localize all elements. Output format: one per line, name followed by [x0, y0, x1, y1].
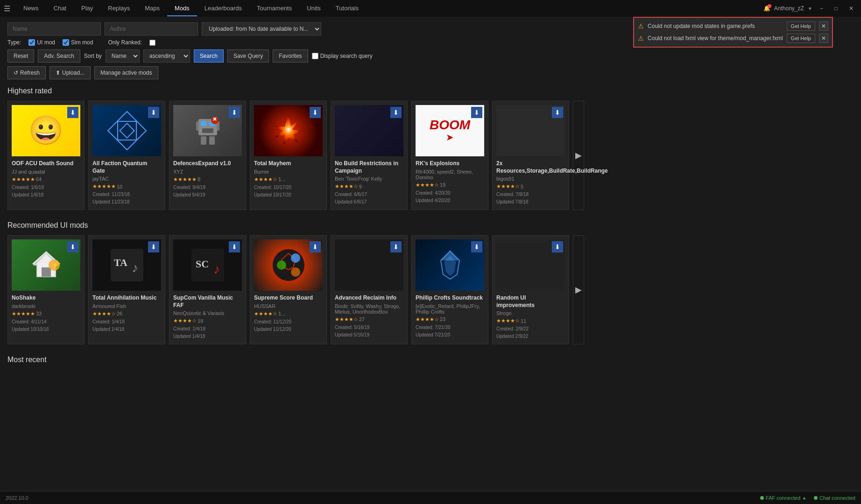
mod-thumb-boom: BOOM ➤ ⬇: [416, 105, 484, 156]
sort-order-select[interactable]: ascending descending: [143, 49, 190, 63]
ui-mod-checkbox[interactable]: [28, 39, 35, 46]
mod-card-boom[interactable]: BOOM ➤ ⬇ RK's Explosions RK4000, speed2,…: [411, 101, 488, 210]
mod-card-quantum[interactable]: ⬇ All Faction Quantum Gate jayTAC ★★★★★ …: [88, 101, 165, 210]
upload-button[interactable]: ⬆ Upload...: [49, 66, 91, 79]
author-input[interactable]: [105, 22, 198, 35]
tab-mods[interactable]: Mods: [167, 1, 197, 16]
ui-mod-checkbox-label[interactable]: UI mod: [28, 39, 55, 46]
display-query-label[interactable]: Display search query: [312, 53, 373, 59]
mod-dates-reclaim: Created: 5/16/19 Updated 5/16/19: [335, 324, 403, 339]
mod-stars-nobuild: ★★★★☆ 9: [335, 183, 403, 189]
mod-name-quantum: All Faction Quantum Gate: [92, 160, 161, 175]
mod-thumb-nobuild: ⬇: [335, 105, 403, 156]
close-notification-2[interactable]: ✕: [819, 34, 828, 43]
notification-item-2: ⚠ Could not load fxml view for theme/mod…: [638, 34, 828, 43]
sim-mod-checkbox[interactable]: [63, 39, 69, 46]
mod-card-oof[interactable]: 😀 ⬇ OOF ACU Death Sound JJ and quaatal ★…: [7, 101, 85, 210]
tab-tutorials[interactable]: Tutorials: [328, 1, 366, 16]
tab-leaderboards[interactable]: Leaderboards: [197, 1, 249, 16]
warning-icon-2: ⚠: [638, 35, 644, 42]
mod-card-random-ui[interactable]: ⬇ Random UI improvements Strogo ★★★★☆ 11…: [492, 235, 569, 344]
install-button-boom[interactable]: ⬇: [471, 107, 482, 118]
reset-button[interactable]: Reset: [7, 49, 34, 63]
adv-search-button[interactable]: Adv. Search: [38, 49, 80, 63]
save-query-button[interactable]: Save Query: [227, 49, 269, 63]
chat-status: Chat connected: [814, 495, 855, 501]
scroll-right-recommended[interactable]: ▶: [573, 235, 584, 344]
display-query-checkbox[interactable]: [312, 53, 318, 59]
install-button-nobuild[interactable]: ⬇: [390, 107, 402, 118]
install-button-2x[interactable]: ⬇: [552, 107, 563, 118]
dropdown-arrow-icon[interactable]: ▼: [808, 6, 812, 11]
mod-author-ta-music: Armoured Fish: [92, 303, 161, 309]
mod-thumb-mayhem: ⬇: [254, 105, 323, 156]
install-button-reclaim[interactable]: ⬇: [390, 241, 402, 252]
statusbar: 2022.10.0 FAF connected ▲ Chat connected: [0, 491, 861, 504]
mod-card-reclaim[interactable]: ⬇ Advanced Reclaim Info Biodir, Softly, …: [331, 235, 408, 344]
only-ranked-label: Only Ranked:: [108, 39, 142, 46]
install-button-oof[interactable]: ⬇: [67, 107, 78, 118]
mod-card-ta-music[interactable]: TA ♪ ⬇ Total Annihilation Music Armoured…: [88, 235, 165, 344]
mod-card-nobuild[interactable]: ⬇ No Build Restrictions in Campaign Ben …: [331, 101, 408, 210]
install-button-phillip[interactable]: ⬇: [471, 241, 482, 252]
main-content: Uploaded: from No date available to N...…: [0, 17, 861, 375]
mod-stars-defences: ★★★★★ 9: [173, 176, 242, 182]
sim-mod-checkbox-label[interactable]: Sim mod: [63, 39, 93, 46]
mod-name-supcom: SupCom Vanilla Music FAF: [173, 294, 242, 309]
hamburger-icon[interactable]: ☰: [4, 4, 10, 13]
sort-by-select[interactable]: Name Date Rating: [106, 49, 140, 63]
name-input[interactable]: [7, 22, 101, 35]
mod-author-mayhem: Burnie: [254, 169, 323, 175]
only-ranked-checkbox[interactable]: [149, 40, 155, 46]
mod-card-score[interactable]: ⬇ Supreme Score Board HUSSAR ★★★★☆ 1... …: [250, 235, 327, 344]
mod-card-noshake[interactable]: ⚡ ⬇ NoShake darkbroski ★★★★★ 33 Created:…: [7, 235, 85, 344]
mod-author-nobuild: Ben 'ToxicFrog' Kelly: [335, 176, 403, 182]
scroll-right-highest[interactable]: ▶: [573, 101, 584, 210]
mod-thumb-score: ⬇: [254, 239, 323, 291]
username-label[interactable]: Anthony_zZ: [774, 5, 804, 12]
tab-maps[interactable]: Maps: [137, 1, 167, 16]
tab-play[interactable]: Play: [74, 1, 100, 16]
install-button-ta-music[interactable]: ⬇: [148, 241, 159, 252]
install-button-noshake[interactable]: ⬇: [67, 241, 78, 252]
install-button-random-ui[interactable]: ⬇: [552, 241, 563, 252]
get-help-button-1[interactable]: Get Help: [787, 21, 815, 31]
maximize-button[interactable]: □: [831, 3, 841, 14]
mod-name-defences: DefencesExpand v1.0: [173, 160, 242, 168]
close-notification-1[interactable]: ✕: [819, 21, 828, 31]
tab-replays[interactable]: Replays: [100, 1, 137, 16]
warning-icon-1: ⚠: [638, 22, 644, 30]
tab-chat[interactable]: Chat: [46, 1, 74, 16]
titlebar-left: ☰ News Chat Play Replays Maps Mods Leade…: [4, 1, 366, 16]
upload-date-dropdown[interactable]: Uploaded: from No date available to N...: [202, 22, 321, 35]
mod-card-2x[interactable]: ⬇ 2x Resources,Storage,BuildRate,BuildRa…: [492, 101, 569, 210]
tab-tournaments[interactable]: Tournaments: [249, 1, 299, 16]
most-recent-title: Most recent: [7, 356, 854, 364]
search-button[interactable]: Search: [194, 49, 224, 63]
install-button-defences[interactable]: ⬇: [229, 107, 240, 118]
mod-card-phillip[interactable]: ⬇ Phillip Crofts Soundtrack [e]Exotic_Re…: [411, 235, 488, 344]
install-button-quantum[interactable]: ⬇: [148, 107, 159, 118]
get-help-button-2[interactable]: Get Help: [787, 34, 815, 43]
install-icon: ⬇: [474, 243, 480, 251]
faf-status: FAF connected ▲: [760, 495, 806, 501]
favorites-button[interactable]: Favorites: [273, 49, 308, 63]
tab-news[interactable]: News: [16, 1, 46, 16]
mod-author-oof: JJ and quaatal: [12, 169, 80, 175]
mod-card-mayhem[interactable]: ⬇ Total Mayhem Burnie ★★★★☆ 1... Created…: [250, 101, 327, 210]
svg-rect-3: [196, 121, 199, 131]
mod-card-supcom[interactable]: SC ♪ ⬇ SupCom Vanilla Music FAF NeoQuixo…: [169, 235, 246, 344]
notification-text-1: Could not update mod states in game.pref…: [648, 23, 783, 29]
refresh-button[interactable]: ↺ Refresh: [7, 66, 46, 79]
mod-card-defences[interactable]: ⬇ DefencesExpand v1.0 XYZ ★★★★★ 9 Create…: [169, 101, 246, 210]
tab-units[interactable]: Units: [299, 1, 328, 16]
minimize-button[interactable]: −: [816, 3, 827, 14]
manage-active-mods-button[interactable]: Manage active mods: [94, 66, 158, 79]
install-button-score[interactable]: ⬇: [310, 241, 321, 252]
recommended-ui-section: Recommended UI mods ⚡ ⬇: [7, 221, 854, 344]
svg-marker-31: [441, 251, 450, 260]
install-button-mayhem[interactable]: ⬇: [310, 107, 321, 118]
close-button[interactable]: ✕: [845, 3, 857, 14]
notification-bell[interactable]: 🔔: [763, 5, 770, 12]
install-button-supcom[interactable]: ⬇: [229, 241, 240, 252]
